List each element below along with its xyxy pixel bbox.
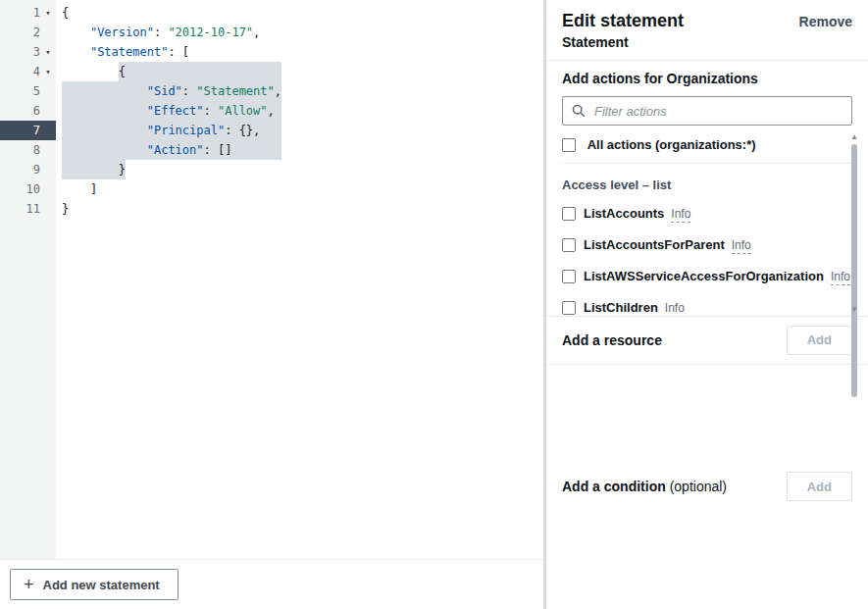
code-line: "Effect": "Allow", [56, 101, 543, 121]
actions-scrollbar[interactable]: ▲ ▼ [850, 135, 858, 312]
info-link[interactable]: Info [732, 238, 751, 254]
add-condition-text: Add a condition [562, 479, 666, 494]
optional-text: (optional) [670, 479, 727, 494]
info-link[interactable]: Info [831, 270, 850, 285]
gutter-cell: 7▾ [0, 121, 56, 140]
search-icon [572, 104, 586, 118]
all-actions-divider [562, 163, 852, 164]
action-rows: ListAccountsInfoListAccountsForParentInf… [562, 198, 852, 316]
line-number: 8 [33, 140, 40, 160]
gutter-cell: 1▾ [0, 3, 56, 23]
line-number: 11 [26, 199, 40, 219]
add-resource-section: Add a resource Add [546, 317, 868, 364]
line-number: 9 [33, 160, 40, 179]
json-editor[interactable]: 1▾{2▾ "Version": "2012-10-17",3▾ "Statem… [0, 0, 543, 559]
editor-line: 10▾ ] [0, 179, 543, 199]
add-condition-button[interactable]: Add [787, 472, 852, 501]
gutter-cell: 6▾ [0, 101, 56, 121]
add-new-statement-button[interactable]: + Add new statement [10, 569, 179, 600]
code-line: } [56, 199, 543, 219]
panel-header: Edit statement Remove Statement [546, 0, 868, 60]
line-number: 2 [33, 23, 40, 42]
action-row: ListAccountsForParentInfo [562, 229, 852, 261]
editor-line: 2▾ "Version": "2012-10-17", [0, 23, 543, 42]
editor-line: 8▾ "Action": [] [0, 140, 543, 160]
action-row: ListChildrenInfo [562, 292, 852, 316]
add-resource-button[interactable]: Add [787, 326, 852, 355]
panel-title: Edit statement [562, 11, 684, 31]
fold-toggle-icon[interactable]: ▾ [40, 62, 56, 81]
info-link[interactable]: Info [671, 207, 690, 223]
editor-line: 4▾ { [0, 62, 543, 81]
fold-toggle-icon[interactable]: ▾ [40, 42, 56, 62]
code-line: "Sid": "Statement", [56, 81, 543, 101]
scroll-down-icon[interactable]: ▼ [850, 306, 858, 314]
editor-line: 7▾ "Principal": {}, [0, 121, 543, 140]
actions-list: All actions (organizations:*) Access lev… [562, 127, 852, 316]
code-line: ] [56, 179, 543, 199]
line-number: 10 [26, 179, 40, 199]
add-actions-header: Add actions for Organizations [562, 71, 852, 86]
line-number: 6 [33, 101, 40, 121]
gutter-cell: 5▾ [0, 81, 56, 101]
add-actions-section: Add actions for Organizations All action… [546, 61, 868, 316]
add-resource-label: Add a resource [562, 332, 662, 348]
line-number: 3 [33, 42, 40, 62]
statement-subtitle: Statement [562, 34, 852, 50]
json-editor-pane: 1▾{2▾ "Version": "2012-10-17",3▾ "Statem… [0, 0, 543, 609]
action-label: ListAccounts [584, 206, 664, 221]
action-label: ListAccountsForParent [584, 237, 725, 252]
all-actions-row: All actions (organizations:*) [562, 127, 852, 163]
action-checkbox[interactable] [562, 270, 576, 283]
gutter-cell: 8▾ [0, 140, 56, 160]
scrollbar-thumb[interactable] [851, 144, 857, 397]
gutter-cell: 3▾ [0, 42, 56, 62]
scroll-up-icon[interactable]: ▲ [850, 133, 858, 141]
policy-editor-app: 1▾{2▾ "Version": "2012-10-17",3▾ "Statem… [0, 0, 868, 609]
action-label: ListChildren [584, 300, 658, 315]
gutter-cell: 9▾ [0, 160, 56, 179]
action-label: ListAWSServiceAccessForOrganization [584, 269, 824, 283]
remove-statement-button[interactable]: Remove [799, 14, 852, 29]
all-actions-label: All actions (organizations:*) [587, 137, 756, 152]
line-number: 7 [33, 121, 40, 140]
line-number: 4 [33, 62, 40, 81]
code-line: { [56, 3, 543, 23]
selection-highlight [119, 62, 281, 81]
gutter-cell: 10▾ [0, 179, 56, 199]
action-row: ListAWSServiceAccessForOrganizationInfo [562, 261, 852, 292]
add-new-statement-label: Add new statement [43, 578, 160, 592]
add-condition-section: Add a condition (optional) Add [546, 365, 868, 609]
info-link[interactable]: Info [665, 301, 685, 316]
editor-lines: 1▾{2▾ "Version": "2012-10-17",3▾ "Statem… [0, 3, 543, 219]
all-actions-checkbox[interactable] [562, 138, 576, 152]
editor-line: 1▾{ [0, 3, 543, 23]
add-condition-label: Add a condition (optional) [562, 479, 727, 494]
code-line: } [56, 160, 543, 179]
plus-icon: + [24, 576, 34, 593]
gutter-cell: 11▾ [0, 199, 56, 219]
access-level-header: Access level – list [562, 178, 852, 192]
edit-statement-panel: Edit statement Remove Statement Add acti… [546, 0, 868, 609]
editor-line: 5▾ "Sid": "Statement", [0, 81, 543, 101]
filter-actions-input[interactable] [592, 103, 842, 120]
code-line: "Principal": {}, [56, 121, 543, 140]
editor-line: 9▾ } [0, 160, 543, 179]
code-line: { [56, 62, 543, 81]
code-line: "Action": [] [56, 140, 543, 160]
code-line: "Statement": [ [56, 42, 543, 62]
editor-bottom-bar: + Add new statement [0, 559, 543, 609]
filter-actions-searchbox[interactable] [562, 96, 852, 126]
editor-line: 11▾} [0, 199, 543, 219]
line-number: 1 [33, 3, 40, 23]
action-checkbox[interactable] [562, 301, 576, 315]
action-checkbox[interactable] [562, 207, 576, 221]
gutter-cell: 2▾ [0, 23, 56, 42]
code-line: "Version": "2012-10-17", [56, 23, 543, 42]
fold-toggle-icon[interactable]: ▾ [40, 3, 56, 23]
line-number: 5 [33, 81, 40, 101]
action-checkbox[interactable] [562, 238, 576, 252]
action-row: ListAccountsInfo [562, 198, 852, 229]
editor-line: 6▾ "Effect": "Allow", [0, 101, 543, 121]
editor-line: 3▾ "Statement": [ [0, 42, 543, 62]
